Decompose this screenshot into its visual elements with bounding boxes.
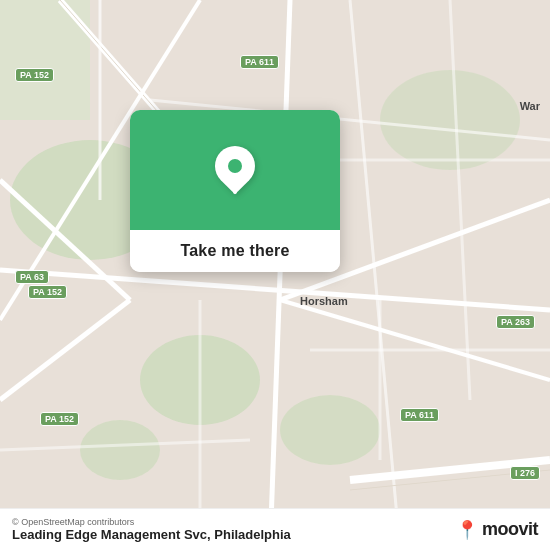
pin-head [207,138,264,195]
popup-map-area [130,110,340,230]
road-label-pa152-1: PA 152 [15,68,54,82]
osm-attribution: © OpenStreetMap contributors [12,517,291,527]
popup-card: Take me there [130,110,340,272]
take-me-there-button[interactable]: Take me there [180,242,289,260]
popup-button-area: Take me there [130,230,340,272]
bottom-left: © OpenStreetMap contributors Leading Edg… [12,517,291,542]
road-label-pa152-3: PA 152 [40,412,79,426]
svg-point-6 [380,70,520,170]
map-background [0,0,550,550]
road-label-i276: I 276 [510,466,540,480]
road-label-pa611-2: PA 611 [400,408,439,422]
road-label-pa152-2: PA 152 [28,285,67,299]
svg-point-3 [280,395,380,465]
moovit-text: moovit [482,519,538,540]
city-label-horsham: Horsham [300,295,348,307]
location-pin [215,146,255,194]
city-label-war: War [520,100,540,112]
pin-dot [228,159,242,173]
bottom-bar: © OpenStreetMap contributors Leading Edg… [0,508,550,550]
moovit-pin-icon: 📍 [456,519,478,541]
location-title: Leading Edge Management Svc, Philadelphi… [12,527,291,542]
road-label-pa611-1: PA 611 [240,55,279,69]
map-container: PA 152 PA 152 PA 152 PA 611 PA 611 PA 63… [0,0,550,550]
moovit-logo: 📍 moovit [456,519,538,541]
road-label-pa263: PA 263 [496,315,535,329]
road-label-pa63: PA 63 [15,270,49,284]
svg-point-4 [80,420,160,480]
